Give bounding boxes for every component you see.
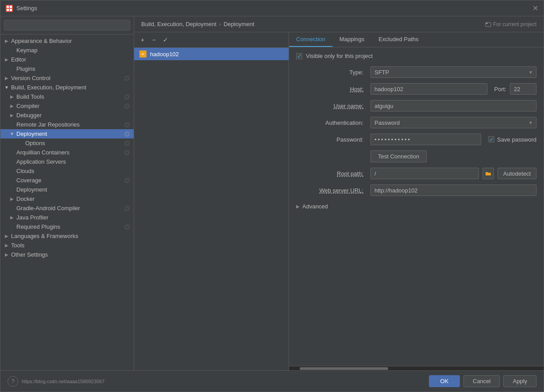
svg-rect-16 xyxy=(125,151,128,155)
save-password-checkbox[interactable]: ✓ xyxy=(488,136,494,142)
close-button[interactable]: ✕ xyxy=(532,4,538,12)
sidebar-item-java-profiler[interactable]: ▶ Java Profiler xyxy=(0,213,134,222)
expand-icon: ▼ xyxy=(9,131,15,137)
auth-select[interactable]: Password Key pair xyxy=(370,117,536,128)
sidebar-item-app-servers[interactable]: Application Servers xyxy=(0,157,134,166)
auth-select-wrapper: Password Key pair ▼ xyxy=(370,117,536,128)
sidebar-item-label: Keymap xyxy=(16,47,130,54)
sidebar-item-label: Editor xyxy=(11,56,130,63)
username-input[interactable] xyxy=(370,100,536,111)
expand-spacer xyxy=(18,141,23,146)
help-button[interactable]: ? xyxy=(8,376,18,387)
port-input[interactable] xyxy=(510,83,536,95)
sidebar-item-editor[interactable]: ▶ Editor xyxy=(0,55,134,64)
tab-mappings[interactable]: Mappings xyxy=(332,32,371,47)
host-row: Host: Port: xyxy=(296,83,536,95)
sidebar-item-plugins[interactable]: Plugins xyxy=(0,64,134,73)
visible-only-label: Visible only for this project xyxy=(306,53,373,59)
sidebar-item-required-plugins[interactable]: Required Plugins xyxy=(0,222,134,231)
visible-only-row: ✓ Visible only for this project xyxy=(296,53,536,59)
server-toolbar: + − ✓ xyxy=(134,32,289,48)
sidebar-item-tools[interactable]: ▶ Tools xyxy=(0,241,134,250)
sidebar-item-languages[interactable]: ▶ Languages & Frameworks xyxy=(0,231,134,241)
panel-body: + − ✓ hadoop102 xyxy=(134,32,544,370)
tab-excluded-paths[interactable]: Excluded Paths xyxy=(371,32,425,47)
add-server-button[interactable]: + xyxy=(138,35,147,45)
sidebar-item-coverage[interactable]: Coverage xyxy=(0,176,134,185)
sidebar-item-docker[interactable]: ▶ Docker xyxy=(0,194,134,204)
sidebar-item-label: Arquillian Containers xyxy=(16,149,124,156)
sidebar-item-label: Languages & Frameworks xyxy=(11,233,130,239)
svg-rect-7 xyxy=(126,95,129,98)
server-list: hadoop102 xyxy=(134,48,289,370)
svg-rect-0 xyxy=(7,6,9,8)
server-item[interactable]: hadoop102 xyxy=(134,48,289,60)
sidebar-item-arquillian[interactable]: Arquillian Containers xyxy=(0,148,134,157)
expand-icon: ▶ xyxy=(4,234,9,239)
copy-icon xyxy=(124,75,130,81)
cancel-button[interactable]: Cancel xyxy=(463,375,500,387)
sidebar-item-label: Appearance & Behavior xyxy=(11,38,130,44)
auth-label: Authentication: xyxy=(296,119,367,126)
expand-icon: ▶ xyxy=(9,113,15,118)
type-select[interactable]: SFTP FTP FTPS xyxy=(370,66,536,78)
sidebar-item-options[interactable]: Options xyxy=(0,138,134,148)
search-input[interactable] xyxy=(4,20,130,31)
config-content: ✓ Visible only for this project Type: SF… xyxy=(289,47,544,366)
autodetect-button[interactable]: Autodetect xyxy=(498,168,536,179)
sidebar-item-label: Required Plugins xyxy=(16,223,124,230)
bottom-url: https://blog.csdn.net/aaaa1580923067 xyxy=(22,379,425,384)
sidebar-item-version-control[interactable]: ▶ Version Control xyxy=(0,73,134,83)
save-password-label: Save password xyxy=(497,136,536,143)
password-input[interactable] xyxy=(370,134,481,145)
svg-rect-21 xyxy=(126,206,129,210)
web-url-input[interactable] xyxy=(370,184,536,196)
web-url-label: Web server URL: xyxy=(296,187,367,194)
sidebar-item-label: Plugins xyxy=(16,65,130,72)
server-name: hadoop102 xyxy=(150,51,179,58)
test-connection-button[interactable]: Test Connection xyxy=(370,150,427,162)
sidebar-item-label: Deployment xyxy=(16,186,130,193)
sidebar-item-appearance[interactable]: ▶ Appearance & Behavior xyxy=(0,36,134,46)
breadcrumb-part2: Deployment xyxy=(224,21,254,27)
horizontal-scrollbar[interactable] xyxy=(289,366,544,370)
sidebar-item-build-tools[interactable]: ▶ Build Tools xyxy=(0,92,134,101)
breadcrumb-part1: Build, Execution, Deployment xyxy=(141,21,216,27)
sidebar-item-label: Version Control xyxy=(11,75,124,81)
confirm-server-button[interactable]: ✓ xyxy=(161,35,170,45)
ok-button[interactable]: OK xyxy=(429,375,460,387)
sidebar-item-debugger[interactable]: ▶ Debugger xyxy=(0,111,134,120)
visible-only-checkbox[interactable]: ✓ xyxy=(296,53,302,59)
svg-rect-4 xyxy=(125,77,128,81)
sidebar-item-other-settings[interactable]: ▶ Other Settings xyxy=(0,250,134,259)
svg-rect-18 xyxy=(125,179,128,183)
sidebar-item-deployment[interactable]: ▼ Deployment xyxy=(0,129,134,138)
svg-rect-20 xyxy=(125,207,128,211)
tab-connection[interactable]: Connection xyxy=(289,32,332,47)
advanced-label: Advanced xyxy=(302,203,328,210)
auth-row: Authentication: Password Key pair ▼ xyxy=(296,117,536,128)
advanced-toggle[interactable]: ▶ Advanced xyxy=(296,201,536,211)
sidebar-item-gradle-android[interactable]: Gradle-Android Compiler xyxy=(0,204,134,213)
copy-icon xyxy=(124,94,130,100)
expand-icon: ▼ xyxy=(4,85,9,90)
sidebar-item-compiler[interactable]: ▶ Compiler xyxy=(0,101,134,111)
svg-rect-23 xyxy=(126,225,129,228)
sidebar-item-deployment2[interactable]: Deployment xyxy=(0,185,134,194)
copy-icon xyxy=(124,140,130,146)
expand-icon: ▶ xyxy=(9,196,15,202)
apply-button[interactable]: Apply xyxy=(503,375,536,387)
sidebar-item-keymap[interactable]: Keymap xyxy=(0,46,134,55)
main-content: ▶ Appearance & Behavior Keymap ▶ Editor … xyxy=(0,16,544,370)
sidebar-item-remote-jar[interactable]: Remote Jar Repositories xyxy=(0,120,134,129)
sidebar-item-label: Tools xyxy=(11,242,130,249)
folder-browse-button[interactable] xyxy=(482,168,494,179)
sidebar-item-clouds[interactable]: Clouds xyxy=(0,166,134,176)
sidebar-item-build-execution[interactable]: ▼ Build, Execution, Deployment xyxy=(0,83,134,92)
scrollbar-thumb[interactable] xyxy=(300,367,388,370)
host-input[interactable] xyxy=(370,83,487,95)
type-label: Type: xyxy=(296,69,367,76)
sidebar-item-label: Options xyxy=(25,140,124,146)
remove-server-button[interactable]: − xyxy=(149,35,159,45)
root-path-input[interactable] xyxy=(370,168,479,179)
